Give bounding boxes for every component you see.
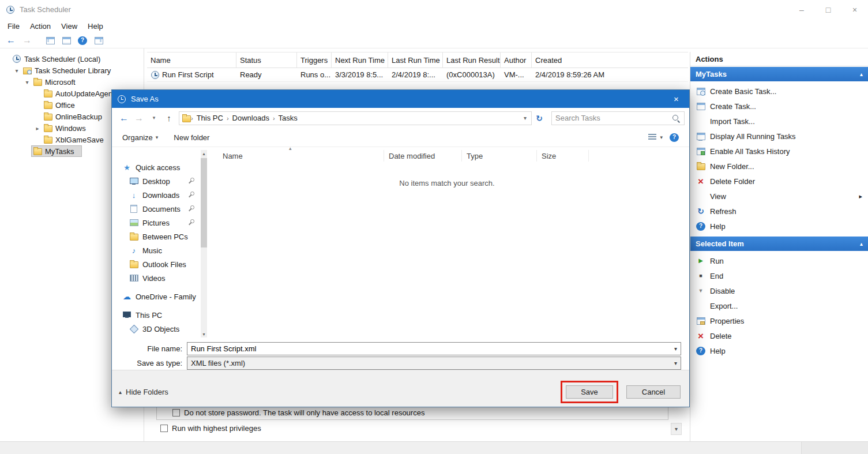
nav-button[interactable] xyxy=(131,111,146,125)
file-column-header[interactable]: Size xyxy=(537,150,589,162)
toolbar-button[interactable] xyxy=(75,34,90,47)
section-header-selected-item[interactable]: Selected Item xyxy=(690,237,868,251)
nav-button[interactable] xyxy=(146,111,161,125)
chevron-down-icon[interactable] xyxy=(671,346,677,352)
toolbar-button[interactable] xyxy=(3,34,18,47)
run-highest-privileges-checkbox[interactable] xyxy=(160,425,168,432)
action-item[interactable]: View ▸ xyxy=(690,189,868,204)
search-icon[interactable] xyxy=(671,114,681,123)
collapse-icon[interactable] xyxy=(860,71,863,77)
hide-folders-button[interactable]: Hide Folders xyxy=(119,388,168,396)
toolbar-button[interactable] xyxy=(59,34,74,47)
breadcrumb-item[interactable]: Tasks xyxy=(275,114,301,122)
action-item[interactable]: Run xyxy=(690,253,868,268)
toolbar-button[interactable] xyxy=(43,34,58,47)
sidebar-item[interactable]: Documents xyxy=(112,202,200,216)
tree-expander-icon[interactable]: ▾ xyxy=(13,67,21,74)
minimize-button[interactable]: – xyxy=(788,0,815,19)
action-item[interactable]: Create Task... xyxy=(690,99,868,114)
file-column-header[interactable]: Date modified xyxy=(384,150,462,162)
column-header[interactable]: Author xyxy=(501,52,532,67)
action-item[interactable]: Help xyxy=(690,343,868,358)
section-header-mytasks[interactable]: MyTasks xyxy=(690,67,868,81)
tree-item[interactable]: ▾ Microsoft xyxy=(0,76,144,88)
toolbar-button[interactable] xyxy=(20,34,35,47)
sidebar-item[interactable]: Outlook Files xyxy=(112,257,200,271)
task-row[interactable]: Run First Script Ready Runs o... 3/3/201… xyxy=(147,68,688,82)
action-item[interactable]: End xyxy=(690,268,868,283)
maximize-button[interactable]: □ xyxy=(815,0,841,19)
column-header[interactable]: Name xyxy=(147,52,236,67)
action-item[interactable]: Properties xyxy=(690,313,868,328)
sidebar-item[interactable]: Quick access xyxy=(112,160,200,174)
breadcrumb-item[interactable]: Downloads xyxy=(229,114,273,122)
action-item[interactable]: Create Basic Task... xyxy=(690,84,868,99)
action-item[interactable]: Display All Running Tasks xyxy=(690,129,868,144)
file-column-header[interactable]: Name xyxy=(208,150,384,162)
sidebar-item[interactable]: Music xyxy=(112,243,200,257)
sidebar-item[interactable]: This PC xyxy=(112,308,200,322)
address-dropdown-icon[interactable] xyxy=(521,115,529,121)
action-item[interactable]: New Folder... xyxy=(690,159,868,174)
menu-item[interactable]: File xyxy=(2,21,25,32)
sidebar-item[interactable]: OneDrive - Family xyxy=(112,290,200,303)
chevron-down-icon[interactable] xyxy=(671,423,682,435)
action-item[interactable]: Refresh xyxy=(690,204,868,219)
address-bar[interactable]: This PC Downloads Tasks xyxy=(179,111,532,125)
sidebar-item[interactable]: Between PCs xyxy=(112,230,200,243)
cancel-button[interactable]: Cancel xyxy=(626,385,681,399)
nav-button[interactable] xyxy=(161,111,176,125)
action-item-label: Enable All Tasks History xyxy=(710,147,790,156)
close-button[interactable]: × xyxy=(841,0,868,19)
nav-button[interactable] xyxy=(117,111,131,125)
column-header[interactable]: Status xyxy=(236,52,297,67)
scroll-up-icon[interactable] xyxy=(201,150,207,157)
chevron-down-icon[interactable] xyxy=(671,360,677,366)
sidebar-item[interactable]: Downloads xyxy=(112,188,200,202)
menu-item[interactable]: Help xyxy=(82,21,108,32)
action-item[interactable]: Export... xyxy=(690,298,868,313)
new-folder-button[interactable]: New folder xyxy=(174,133,209,142)
refresh-button[interactable] xyxy=(532,111,547,125)
action-item[interactable]: Help xyxy=(690,219,868,234)
column-header[interactable]: Next Run Time xyxy=(332,52,388,67)
column-header[interactable]: Last Run Time xyxy=(388,52,443,67)
address-folder-icon xyxy=(182,114,191,123)
menu-item[interactable]: View xyxy=(56,21,82,32)
do-not-store-password-checkbox[interactable] xyxy=(172,409,180,417)
breadcrumb-item[interactable]: This PC xyxy=(193,114,227,122)
collapse-icon[interactable] xyxy=(860,241,863,247)
action-item[interactable]: Delete Folder xyxy=(690,174,868,189)
tree-item-label: AutoUpdateAgent xyxy=(55,89,115,98)
sidebar-item[interactable]: 3D Objects xyxy=(112,322,200,336)
tree-expander-icon[interactable]: ▾ xyxy=(23,79,31,85)
scroll-down-icon[interactable] xyxy=(201,331,207,337)
action-item[interactable]: Import Task... xyxy=(690,114,868,129)
save-as-type-combobox[interactable]: XML files (*.xml) xyxy=(187,357,681,370)
column-header[interactable]: Created xyxy=(532,52,688,67)
folder-icon xyxy=(129,260,138,269)
sidebar-item[interactable]: Desktop xyxy=(112,174,200,188)
tree-item[interactable]: Task Scheduler (Local) xyxy=(0,53,144,65)
organize-button[interactable]: Organize xyxy=(122,133,158,142)
menu-item[interactable]: Action xyxy=(25,21,56,32)
search-input[interactable] xyxy=(555,114,671,122)
column-header[interactable]: Last Run Result xyxy=(443,52,501,67)
sidebar-item[interactable]: Videos xyxy=(112,271,200,285)
tree-expander-icon[interactable]: ▸ xyxy=(33,125,42,132)
scrollbar-thumb[interactable] xyxy=(201,158,207,247)
save-button[interactable]: Save xyxy=(566,385,613,399)
view-mode-button[interactable] xyxy=(648,133,663,142)
action-item[interactable]: Delete xyxy=(690,328,868,343)
column-header[interactable]: Triggers xyxy=(297,52,332,67)
tree-item[interactable]: ▾ Task Scheduler Library xyxy=(0,65,144,76)
sidebar-scrollbar[interactable] xyxy=(201,150,207,337)
help-icon[interactable] xyxy=(670,133,679,142)
action-item[interactable]: Disable xyxy=(690,283,868,298)
toolbar-button[interactable] xyxy=(91,34,106,47)
action-item[interactable]: Enable All Tasks History xyxy=(690,144,868,159)
file-name-input[interactable] xyxy=(191,344,671,353)
file-column-header[interactable]: Type xyxy=(462,150,537,162)
sidebar-item[interactable]: Pictures xyxy=(112,216,200,230)
dialog-close-button[interactable]: × xyxy=(663,90,689,108)
